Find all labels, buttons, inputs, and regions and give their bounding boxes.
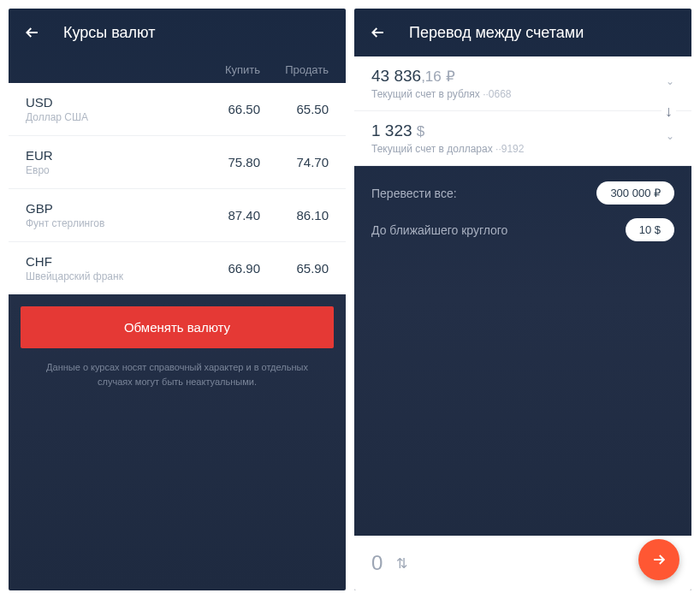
column-sell: Продать <box>260 63 329 76</box>
currency-rates-screen: Курсы валют Купить Продать USD Доллар СШ… <box>9 9 346 590</box>
to-account[interactable]: 1 323 $ Текущий счет в долларах ··9192 ⌄ <box>354 111 691 166</box>
currency-code: EUR <box>26 148 192 163</box>
exchange-button[interactable]: Обменять валюту <box>21 306 334 348</box>
currency-name: Евро <box>26 164 192 176</box>
currency-code: GBP <box>26 201 192 216</box>
from-label: Текущий счет в рублях ··0668 <box>371 88 674 100</box>
option-row: До ближайшего круглого 10 $ <box>371 218 674 241</box>
header: Перевод между счетами <box>354 9 691 56</box>
back-button[interactable] <box>368 22 389 43</box>
from-account[interactable]: 43 836,16 ₽ Текущий счет в рублях ··0668… <box>354 56 691 111</box>
option-label: До ближайшего круглого <box>371 223 507 237</box>
rate-buy: 75.80 <box>192 155 260 169</box>
transfer-options: Перевести все: 300 000 ₽ До ближайшего к… <box>354 166 691 270</box>
rate-row[interactable]: USD Доллар США 66.50 65.50 <box>9 83 346 136</box>
from-amount: 43 836,16 ₽ <box>371 67 674 86</box>
rate-row[interactable]: GBP Фунт стерлингов 87.40 86.10 <box>9 189 346 242</box>
rate-sell: 86.10 <box>260 208 329 222</box>
currency-code: USD <box>26 95 192 110</box>
chevron-down-icon: ⌄ <box>666 130 674 142</box>
table-header: Купить Продать <box>9 56 346 83</box>
rate-buy: 87.40 <box>192 208 260 222</box>
option-pill-all[interactable]: 300 000 ₽ <box>596 181 674 205</box>
page-title: Перевод между счетами <box>409 24 584 42</box>
transfer-screen: Перевод между счетами 43 836,16 ₽ Текущи… <box>354 9 691 590</box>
currency-name: Доллар США <box>26 111 192 123</box>
swap-accounts-icon[interactable]: ↓ <box>661 99 676 124</box>
amount-input[interactable]: 0 <box>371 551 383 575</box>
rate-sell: 65.90 <box>260 261 329 276</box>
bottom-bar: 0 ⇅ <box>354 536 691 590</box>
to-label: Текущий счет в долларах ··9192 <box>371 143 674 155</box>
rate-buy: 66.50 <box>192 102 260 116</box>
option-pill-round[interactable]: 10 $ <box>626 218 674 241</box>
page-title: Курсы валют <box>63 24 155 42</box>
accounts-selector: 43 836,16 ₽ Текущий счет в рублях ··0668… <box>354 56 691 166</box>
header: Курсы валют <box>9 9 346 56</box>
rate-sell: 65.50 <box>260 102 329 116</box>
rate-row[interactable]: CHF Швейцарский франк 66.90 65.90 <box>9 242 346 294</box>
currency-name: Фунт стерлингов <box>26 217 192 229</box>
column-buy: Купить <box>192 63 260 76</box>
chevron-down-icon: ⌄ <box>666 75 674 87</box>
swap-currency-icon[interactable]: ⇅ <box>396 555 407 572</box>
rates-list: USD Доллар США 66.50 65.50 EUR Евро 75.8… <box>9 83 346 294</box>
arrow-left-icon <box>370 24 387 41</box>
back-button[interactable] <box>22 22 43 43</box>
option-row: Перевести все: 300 000 ₽ <box>371 181 674 205</box>
disclaimer-text: Данные о курсах носят справочный характе… <box>9 348 346 400</box>
submit-button[interactable] <box>638 539 679 580</box>
option-label: Перевести все: <box>371 187 457 200</box>
rate-row[interactable]: EUR Евро 75.80 74.70 <box>9 136 346 189</box>
currency-code: CHF <box>26 254 192 269</box>
to-amount: 1 323 $ <box>371 122 674 140</box>
rate-buy: 66.90 <box>192 261 260 276</box>
arrow-left-icon <box>24 24 41 41</box>
rate-sell: 74.70 <box>260 155 329 169</box>
arrow-right-icon <box>650 551 667 568</box>
currency-name: Швейцарский франк <box>26 270 192 282</box>
